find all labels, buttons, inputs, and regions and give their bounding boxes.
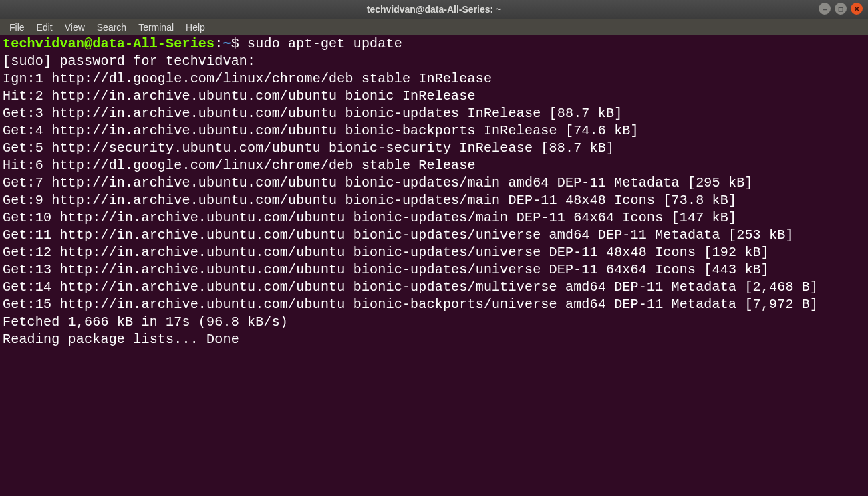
terminal-output[interactable]: techvidvan@data-All-Series:~$ sudo apt-g… — [0, 35, 868, 351]
menu-help[interactable]: Help — [180, 21, 210, 34]
window-title: techvidvan@data-All-Series: ~ — [367, 4, 502, 15]
output-line: Get:9 http://in.archive.ubuntu.com/ubunt… — [3, 193, 736, 208]
output-line: Hit:2 http://in.archive.ubuntu.com/ubunt… — [3, 88, 476, 104]
prompt-path: ~ — [223, 36, 231, 51]
output-line: Get:12 http://in.archive.ubuntu.com/ubun… — [3, 245, 769, 260]
menu-search[interactable]: Search — [92, 21, 132, 34]
window-controls: ‒ ◻ ✕ — [819, 3, 863, 15]
prompt-user-host: techvidvan@data-All-Series — [3, 36, 214, 51]
output-line: Get:4 http://in.archive.ubuntu.com/ubunt… — [3, 123, 639, 138]
window-titlebar: techvidvan@data-All-Series: ~ ‒ ◻ ✕ — [0, 0, 868, 19]
prompt-command: sudo apt-get update — [247, 36, 402, 51]
output-line: Reading package lists... Done — [3, 332, 239, 347]
output-line: Get:7 http://in.archive.ubuntu.com/ubunt… — [3, 175, 753, 191]
menu-edit[interactable]: Edit — [31, 21, 58, 34]
output-line: Get:15 http://in.archive.ubuntu.com/ubun… — [3, 297, 818, 312]
output-line: Fetched 1,666 kB in 17s (96.8 kB/s) — [3, 314, 288, 330]
output-line: Get:5 http://security.ubuntu.com/ubuntu … — [3, 140, 614, 156]
prompt-separator: : — [214, 36, 223, 51]
output-line: Get:11 http://in.archive.ubuntu.com/ubun… — [3, 227, 794, 243]
output-line: Hit:6 http://dl.google.com/linux/chrome/… — [3, 158, 476, 173]
menu-terminal[interactable]: Terminal — [133, 21, 179, 34]
output-line: Get:14 http://in.archive.ubuntu.com/ubun… — [3, 279, 818, 295]
menu-file[interactable]: File — [4, 21, 30, 34]
minimize-button[interactable]: ‒ — [819, 3, 831, 15]
prompt-symbol: $ — [231, 36, 239, 51]
close-button[interactable]: ✕ — [851, 3, 863, 15]
maximize-button[interactable]: ◻ — [835, 3, 847, 15]
output-line: Ign:1 http://dl.google.com/linux/chrome/… — [3, 71, 492, 86]
output-line: [sudo] password for techvidvan: — [3, 53, 263, 69]
output-line: Get:10 http://in.archive.ubuntu.com/ubun… — [3, 210, 736, 225]
menu-bar: File Edit View Search Terminal Help — [0, 19, 868, 35]
output-line: Get:3 http://in.archive.ubuntu.com/ubunt… — [3, 106, 622, 121]
menu-view[interactable]: View — [59, 21, 90, 34]
output-line: Get:13 http://in.archive.ubuntu.com/ubun… — [3, 262, 769, 277]
